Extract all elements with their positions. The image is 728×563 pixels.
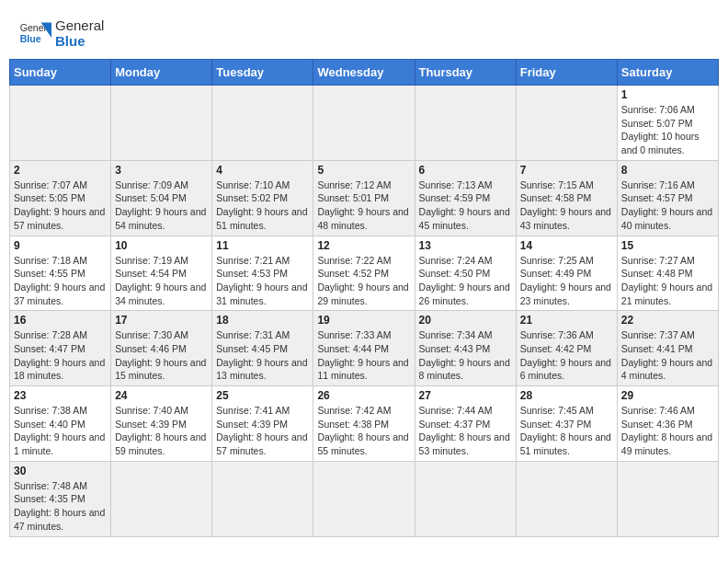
day-info: Sunrise: 7:13 AMSunset: 4:59 PMDaylight:… bbox=[419, 178, 512, 233]
day-number: 28 bbox=[520, 389, 613, 402]
day-info: Sunrise: 7:48 AMSunset: 4:35 PMDaylight:… bbox=[14, 479, 107, 534]
day-number: 8 bbox=[621, 164, 714, 177]
day-info: Sunrise: 7:25 AMSunset: 4:49 PMDaylight:… bbox=[520, 254, 613, 308]
calendar-cell: 3Sunrise: 7:09 AMSunset: 5:04 PMDaylight… bbox=[111, 160, 212, 236]
day-number: 4 bbox=[216, 164, 309, 177]
day-number: 13 bbox=[419, 239, 512, 252]
day-info: Sunrise: 7:28 AMSunset: 4:47 PMDaylight:… bbox=[14, 328, 107, 383]
calendar-cell: 25Sunrise: 7:41 AMSunset: 4:39 PMDayligh… bbox=[212, 386, 313, 462]
col-header-friday: Friday bbox=[516, 60, 617, 86]
calendar-cell bbox=[10, 86, 111, 161]
calendar-week-row: 30Sunrise: 7:48 AMSunset: 4:35 PMDayligh… bbox=[10, 461, 719, 536]
calendar-cell bbox=[313, 461, 415, 536]
day-info: Sunrise: 7:10 AMSunset: 5:02 PMDaylight:… bbox=[216, 178, 309, 233]
logo: General Blue General Blue bbox=[18, 17, 104, 50]
calendar-cell: 12Sunrise: 7:22 AMSunset: 4:52 PMDayligh… bbox=[313, 236, 415, 311]
day-info: Sunrise: 7:06 AMSunset: 5:07 PMDaylight:… bbox=[621, 103, 714, 157]
day-number: 18 bbox=[216, 314, 309, 327]
calendar-cell: 10Sunrise: 7:19 AMSunset: 4:54 PMDayligh… bbox=[111, 236, 212, 311]
day-info: Sunrise: 7:33 AMSunset: 4:44 PMDaylight:… bbox=[317, 328, 410, 383]
day-number: 11 bbox=[216, 239, 309, 252]
calendar-cell: 5Sunrise: 7:12 AMSunset: 5:01 PMDaylight… bbox=[313, 160, 415, 236]
calendar-cell bbox=[111, 86, 212, 161]
day-number: 12 bbox=[317, 239, 410, 252]
day-info: Sunrise: 7:37 AMSunset: 4:41 PMDaylight:… bbox=[621, 328, 714, 383]
calendar-cell: 13Sunrise: 7:24 AMSunset: 4:50 PMDayligh… bbox=[415, 236, 516, 311]
day-number: 1 bbox=[621, 88, 714, 101]
day-number: 15 bbox=[621, 239, 714, 252]
header: General Blue General Blue bbox=[9, 9, 719, 53]
logo-blue: Blue bbox=[55, 33, 104, 49]
day-info: Sunrise: 7:36 AMSunset: 4:42 PMDaylight:… bbox=[520, 328, 613, 383]
generalblue-logo-icon: General Blue bbox=[18, 17, 51, 50]
day-info: Sunrise: 7:41 AMSunset: 4:39 PMDaylight:… bbox=[216, 404, 309, 458]
calendar-week-row: 1Sunrise: 7:06 AMSunset: 5:07 PMDaylight… bbox=[10, 86, 719, 161]
day-info: Sunrise: 7:09 AMSunset: 5:04 PMDaylight:… bbox=[115, 178, 208, 233]
day-info: Sunrise: 7:21 AMSunset: 4:53 PMDaylight:… bbox=[216, 254, 309, 308]
day-info: Sunrise: 7:27 AMSunset: 4:48 PMDaylight:… bbox=[621, 254, 714, 308]
day-info: Sunrise: 7:18 AMSunset: 4:55 PMDaylight:… bbox=[14, 254, 107, 308]
day-number: 30 bbox=[14, 465, 107, 477]
col-header-wednesday: Wednesday bbox=[313, 60, 415, 86]
day-info: Sunrise: 7:19 AMSunset: 4:54 PMDaylight:… bbox=[115, 254, 208, 308]
calendar-table: SundayMondayTuesdayWednesdayThursdayFrid… bbox=[9, 59, 719, 537]
day-number: 5 bbox=[317, 164, 410, 177]
calendar-cell bbox=[212, 86, 313, 161]
day-info: Sunrise: 7:31 AMSunset: 4:45 PMDaylight:… bbox=[216, 328, 309, 383]
col-header-monday: Monday bbox=[111, 60, 212, 86]
calendar-cell: 24Sunrise: 7:40 AMSunset: 4:39 PMDayligh… bbox=[111, 386, 212, 462]
calendar-cell: 7Sunrise: 7:15 AMSunset: 4:58 PMDaylight… bbox=[516, 160, 617, 236]
day-info: Sunrise: 7:22 AMSunset: 4:52 PMDaylight:… bbox=[317, 254, 410, 308]
calendar-cell: 4Sunrise: 7:10 AMSunset: 5:02 PMDaylight… bbox=[212, 160, 313, 236]
calendar-cell: 21Sunrise: 7:36 AMSunset: 4:42 PMDayligh… bbox=[516, 311, 617, 386]
day-info: Sunrise: 7:34 AMSunset: 4:43 PMDaylight:… bbox=[419, 328, 512, 383]
calendar-cell: 2Sunrise: 7:07 AMSunset: 5:05 PMDaylight… bbox=[10, 160, 111, 236]
day-number: 16 bbox=[14, 314, 107, 327]
day-number: 23 bbox=[14, 389, 107, 402]
day-number: 6 bbox=[419, 164, 512, 177]
calendar-cell: 27Sunrise: 7:44 AMSunset: 4:37 PMDayligh… bbox=[415, 386, 516, 462]
calendar-cell bbox=[313, 86, 415, 161]
calendar-cell: 8Sunrise: 7:16 AMSunset: 4:57 PMDaylight… bbox=[617, 160, 718, 236]
calendar-cell: 23Sunrise: 7:38 AMSunset: 4:40 PMDayligh… bbox=[10, 386, 111, 462]
calendar-week-row: 16Sunrise: 7:28 AMSunset: 4:47 PMDayligh… bbox=[10, 311, 719, 386]
calendar-cell: 22Sunrise: 7:37 AMSunset: 4:41 PMDayligh… bbox=[617, 311, 718, 386]
calendar-cell bbox=[111, 461, 212, 536]
calendar-week-row: 2Sunrise: 7:07 AMSunset: 5:05 PMDaylight… bbox=[10, 160, 719, 236]
calendar-cell: 14Sunrise: 7:25 AMSunset: 4:49 PMDayligh… bbox=[516, 236, 617, 311]
day-info: Sunrise: 7:15 AMSunset: 4:58 PMDaylight:… bbox=[520, 178, 613, 233]
calendar-cell: 30Sunrise: 7:48 AMSunset: 4:35 PMDayligh… bbox=[10, 461, 111, 536]
calendar-cell bbox=[516, 86, 617, 161]
calendar-cell: 28Sunrise: 7:45 AMSunset: 4:37 PMDayligh… bbox=[516, 386, 617, 462]
col-header-saturday: Saturday bbox=[617, 60, 718, 86]
day-number: 29 bbox=[621, 389, 714, 402]
calendar-cell: 20Sunrise: 7:34 AMSunset: 4:43 PMDayligh… bbox=[415, 311, 516, 386]
day-info: Sunrise: 7:30 AMSunset: 4:46 PMDaylight:… bbox=[115, 328, 208, 383]
day-number: 19 bbox=[317, 314, 410, 327]
svg-text:Blue: Blue bbox=[20, 33, 41, 44]
calendar-cell bbox=[516, 461, 617, 536]
day-number: 20 bbox=[419, 314, 512, 327]
calendar-header-row: SundayMondayTuesdayWednesdayThursdayFrid… bbox=[10, 60, 719, 86]
calendar-cell: 15Sunrise: 7:27 AMSunset: 4:48 PMDayligh… bbox=[617, 236, 718, 311]
day-number: 22 bbox=[621, 314, 714, 327]
day-number: 17 bbox=[115, 314, 208, 327]
day-info: Sunrise: 7:45 AMSunset: 4:37 PMDaylight:… bbox=[520, 404, 613, 458]
day-number: 21 bbox=[520, 314, 613, 327]
day-number: 27 bbox=[419, 389, 512, 402]
day-info: Sunrise: 7:12 AMSunset: 5:01 PMDaylight:… bbox=[317, 178, 410, 233]
day-info: Sunrise: 7:38 AMSunset: 4:40 PMDaylight:… bbox=[14, 404, 107, 458]
day-number: 26 bbox=[317, 389, 410, 402]
day-info: Sunrise: 7:42 AMSunset: 4:38 PMDaylight:… bbox=[317, 404, 410, 458]
col-header-thursday: Thursday bbox=[415, 60, 516, 86]
calendar-cell: 29Sunrise: 7:46 AMSunset: 4:36 PMDayligh… bbox=[617, 386, 718, 462]
day-info: Sunrise: 7:44 AMSunset: 4:37 PMDaylight:… bbox=[419, 404, 512, 458]
calendar-cell bbox=[617, 461, 718, 536]
logo-general: General bbox=[55, 17, 104, 33]
calendar-cell: 19Sunrise: 7:33 AMSunset: 4:44 PMDayligh… bbox=[313, 311, 415, 386]
calendar-cell: 6Sunrise: 7:13 AMSunset: 4:59 PMDaylight… bbox=[415, 160, 516, 236]
calendar-week-row: 9Sunrise: 7:18 AMSunset: 4:55 PMDaylight… bbox=[10, 236, 719, 311]
calendar-cell bbox=[212, 461, 313, 536]
calendar-cell: 1Sunrise: 7:06 AMSunset: 5:07 PMDaylight… bbox=[617, 86, 718, 161]
calendar-cell: 16Sunrise: 7:28 AMSunset: 4:47 PMDayligh… bbox=[10, 311, 111, 386]
